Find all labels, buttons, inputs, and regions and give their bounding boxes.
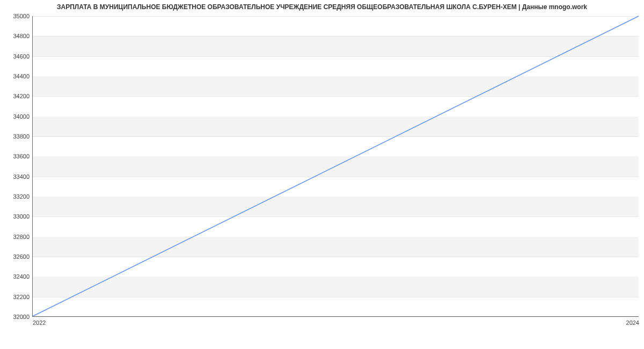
y-tick-label: 33800 bbox=[13, 133, 30, 140]
y-tick-label: 33600 bbox=[13, 153, 30, 159]
y-tick-label: 32800 bbox=[13, 234, 30, 240]
y-tick-label: 32400 bbox=[13, 273, 30, 280]
y-tick-label: 32200 bbox=[13, 294, 30, 300]
y-tick-label: 34400 bbox=[13, 73, 30, 79]
line-layer bbox=[33, 16, 639, 316]
y-tick-label: 32000 bbox=[13, 314, 30, 320]
y-tick-label: 33200 bbox=[13, 193, 30, 200]
x-tick-label: 2024 bbox=[626, 319, 639, 326]
y-tick-label: 32600 bbox=[13, 253, 30, 260]
y-tick-label: 34600 bbox=[13, 53, 30, 60]
salary-chart: ЗАРПЛАТА В МУНИЦИПАЛЬНОЕ БЮДЖЕТНОЕ ОБРАЗ… bbox=[0, 0, 644, 333]
series-line bbox=[33, 16, 639, 316]
chart-title: ЗАРПЛАТА В МУНИЦИПАЛЬНОЕ БЮДЖЕТНОЕ ОБРАЗ… bbox=[0, 3, 644, 11]
y-tick-label: 34800 bbox=[13, 33, 30, 39]
y-tick-label: 33000 bbox=[13, 213, 30, 220]
y-tick-label: 34000 bbox=[13, 113, 30, 120]
x-tick-label: 2022 bbox=[33, 319, 46, 326]
plot-area: 3200032200324003260032800330003320033400… bbox=[32, 16, 639, 317]
y-tick-label: 34200 bbox=[13, 93, 30, 99]
y-tick-label: 35000 bbox=[13, 13, 30, 19]
y-tick-label: 33400 bbox=[13, 173, 30, 180]
gridline bbox=[33, 317, 639, 317]
